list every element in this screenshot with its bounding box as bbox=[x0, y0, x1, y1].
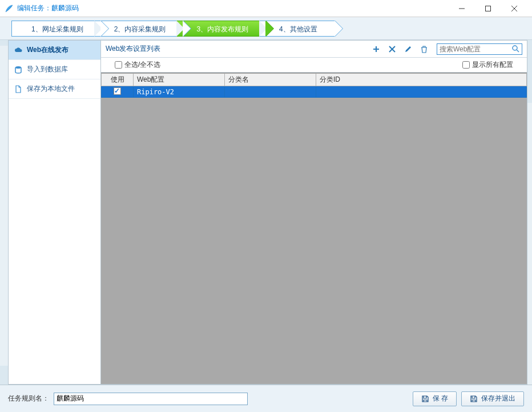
save-button[interactable]: 保 存 bbox=[413, 391, 457, 406]
window-title: 编辑任务：麒麟源码 bbox=[17, 3, 449, 13]
save-label: 保 存 bbox=[433, 394, 448, 403]
select-all-label: 全选/全不选 bbox=[124, 60, 160, 70]
col-category[interactable]: 分类名 bbox=[225, 74, 316, 86]
step-1-label: 1、网址采集规则 bbox=[31, 25, 83, 33]
show-all-label: 显示所有配置 bbox=[472, 60, 513, 70]
step-tabs: 1、网址采集规则 2、内容采集规则 3、内容发布规则 4、其他设置 bbox=[0, 17, 532, 40]
app-feather-icon bbox=[5, 4, 14, 13]
titlebar: 编辑任务：麒麟源码 bbox=[0, 0, 532, 17]
svg-line-10 bbox=[517, 50, 519, 52]
svg-rect-1 bbox=[486, 6, 491, 11]
step-3-label: 3、内容发布规则 bbox=[196, 25, 248, 33]
main-panel: Web在线发布 导入到数据库 保存为本地文件 Web发布设置列表 全选/全不选 … bbox=[8, 40, 527, 385]
row-cfg: Ripiro-V2 bbox=[134, 86, 225, 98]
sidebar: Web在线发布 导入到数据库 保存为本地文件 bbox=[9, 41, 101, 384]
row-cid bbox=[316, 86, 527, 98]
save-exit-button[interactable]: 保存并退出 bbox=[461, 391, 524, 406]
col-use[interactable]: 使用 bbox=[102, 74, 134, 86]
file-icon bbox=[14, 85, 22, 93]
save-exit-label: 保存并退出 bbox=[481, 394, 515, 403]
toolbar: Web发布设置列表 bbox=[101, 41, 527, 58]
add-button[interactable] bbox=[369, 43, 383, 55]
list-title: Web发布设置列表 bbox=[106, 44, 160, 54]
table-row[interactable]: Ripiro-V2 bbox=[102, 86, 527, 98]
sidebar-item-web-publish[interactable]: Web在线发布 bbox=[9, 41, 100, 60]
minimize-button[interactable] bbox=[449, 0, 475, 17]
show-all-checkbox[interactable]: 显示所有配置 bbox=[462, 60, 513, 70]
rulename-label: 任务规则名： bbox=[8, 394, 49, 403]
save-icon bbox=[421, 395, 429, 403]
sidebar-item-label: Web在线发布 bbox=[27, 45, 68, 55]
svg-point-9 bbox=[513, 46, 517, 50]
sidebar-item-label: 保存为本地文件 bbox=[27, 84, 75, 94]
save-icon bbox=[470, 395, 478, 403]
rulename-input[interactable] bbox=[54, 393, 248, 405]
svg-point-4 bbox=[15, 66, 21, 69]
trash-button[interactable] bbox=[417, 43, 431, 55]
database-icon bbox=[14, 66, 22, 74]
cloud-icon bbox=[14, 46, 22, 54]
maximize-button[interactable] bbox=[475, 0, 501, 17]
step-2-label: 2、内容采集规则 bbox=[114, 25, 166, 33]
row-cat bbox=[225, 86, 316, 98]
step-1[interactable]: 1、网址采集规则 bbox=[11, 21, 101, 37]
delete-button[interactable] bbox=[385, 43, 399, 55]
col-category-id[interactable]: 分类ID bbox=[316, 74, 527, 86]
close-button[interactable] bbox=[501, 0, 527, 17]
col-webconfig[interactable]: Web配置 bbox=[134, 74, 225, 86]
content-area: Web发布设置列表 全选/全不选 显示所有配置 使用 Web配置 分类名 bbox=[101, 41, 527, 384]
step-4-label: 4、其他设置 bbox=[279, 25, 317, 33]
select-all-checkbox[interactable]: 全选/全不选 bbox=[115, 60, 160, 70]
sidebar-item-save-file[interactable]: 保存为本地文件 bbox=[9, 79, 100, 99]
row-checkbox[interactable] bbox=[114, 87, 121, 95]
search-icon[interactable] bbox=[511, 45, 521, 54]
footer: 任务规则名： 保 存 保存并退出 bbox=[0, 385, 532, 412]
check-row: 全选/全不选 显示所有配置 bbox=[101, 58, 527, 73]
sidebar-item-database[interactable]: 导入到数据库 bbox=[9, 60, 100, 79]
config-table: 使用 Web配置 分类名 分类ID Ripiro-V2 bbox=[101, 73, 527, 384]
search-input[interactable] bbox=[437, 43, 522, 55]
sidebar-item-label: 导入到数据库 bbox=[27, 65, 68, 74]
edit-button[interactable] bbox=[401, 43, 415, 55]
